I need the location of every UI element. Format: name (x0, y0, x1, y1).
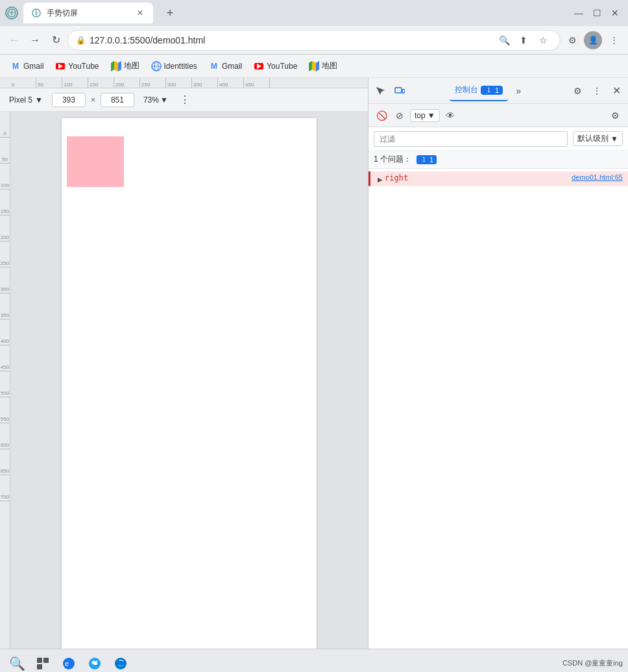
bookmark-youtube-1[interactable]: YouTube (50, 58, 104, 74)
bookmark-gmail-2[interactable]: M Gmail (204, 58, 247, 74)
zoom-value: 73% (143, 95, 159, 105)
extensions-button[interactable]: ⚙ (563, 31, 581, 49)
ruler-left-tick: 600 (0, 423, 10, 449)
taskbar-icon-2[interactable] (31, 652, 54, 673)
ruler-tick: 250 (140, 78, 166, 88)
ruler-left-tick: 300 (0, 268, 10, 293)
bookmark-identtities[interactable]: Identtities (146, 58, 202, 74)
ruler-left-tick: 50 (0, 138, 10, 164)
new-tab-button[interactable]: + (161, 4, 179, 22)
ruler-left-tick: 700 (0, 475, 10, 501)
ruler-top: 0 50 100 150 200 250 300 350 400 450 (0, 78, 368, 88)
tab-favicon (31, 8, 42, 18)
console-expand-icon[interactable]: ▶ (376, 175, 385, 184)
viewport-width-input[interactable]: 393 (52, 93, 86, 107)
svg-rect-19 (37, 658, 42, 663)
main-area: 0 50 100 150 200 250 300 350 400 450 Pix… (0, 78, 628, 649)
taskbar-search-icon[interactable]: 🔍 (5, 652, 29, 673)
level-dropdown-icon: ▼ (610, 134, 618, 143)
device-toggle-button[interactable] (391, 82, 409, 100)
identtities-icon (151, 61, 162, 71)
issue-badge-count: 1 (429, 156, 433, 164)
ruler-left: 0 50 100 150 200 250 300 350 400 450 500… (0, 112, 10, 649)
share-button[interactable]: ⬆ (514, 31, 533, 49)
close-button[interactable]: ✕ (607, 5, 623, 21)
address-input-wrap[interactable]: 🔒 127.0.0.1:5500/demo01.html 🔍 ⬆ ☆ (67, 30, 561, 51)
window-controls: — ☐ ✕ (571, 5, 623, 21)
bookmark-star-button[interactable]: ☆ (534, 31, 552, 49)
bookmark-label-gmail-1: Gmail (23, 62, 43, 71)
svg-point-25 (115, 658, 127, 669)
ruler-left-tick: 450 (0, 345, 10, 371)
ruler-left-tick: 0 (0, 112, 10, 138)
forward-button[interactable]: → (26, 31, 44, 49)
devtools-close-button[interactable]: ✕ (607, 82, 625, 100)
browser-icon (5, 6, 18, 19)
context-selector[interactable]: top ▼ (410, 109, 440, 122)
bookmark-maps-1[interactable]: 地图 (106, 58, 145, 74)
devtools-more-button[interactable]: ⋮ (588, 82, 606, 100)
viewport-content-wrap: 0 50 100 150 200 250 300 350 400 450 500… (0, 112, 368, 649)
clear-console-button[interactable]: 🚫 (374, 108, 389, 123)
taskbar-icon-3[interactable]: e (57, 652, 80, 673)
zoom-selector[interactable]: 73% ▼ (139, 94, 172, 106)
console-issue-badge: 1 1 (481, 86, 503, 95)
ruler-left-tick: 550 (0, 397, 10, 423)
maximize-button[interactable]: ☐ (589, 5, 605, 21)
bookmark-maps-2[interactable]: 地图 (304, 58, 343, 74)
console-row[interactable]: ▶ right demo01.html:65 (368, 171, 628, 186)
svg-text:1: 1 (487, 88, 490, 93)
device-selector[interactable]: Pixel 5 ▼ (5, 94, 47, 106)
reload-button[interactable]: ↻ (47, 31, 65, 49)
ruler-tick: 50 (36, 78, 62, 88)
profile-button[interactable]: 👤 (584, 31, 602, 49)
bookmark-label-identtities: Identtities (164, 62, 197, 71)
bookmark-label-maps-1: 地图 (124, 60, 139, 71)
taskbar-edge-icon[interactable] (109, 652, 132, 673)
statusbar-text: CSDN @童童童ing (562, 658, 623, 668)
viewport-height-input[interactable]: 851 (101, 93, 134, 107)
filter-input[interactable] (374, 131, 568, 147)
svg-rect-20 (43, 658, 49, 663)
devtools-tab-console[interactable]: 控制台 1 1 (450, 81, 508, 101)
devtools-more-tabs-button[interactable]: » (509, 82, 527, 100)
viewport-more-button[interactable]: ⋮ (177, 92, 193, 108)
inspect-element-button[interactable] (371, 82, 389, 100)
svg-text:e: e (65, 660, 69, 667)
browser-menu-button[interactable]: ⋮ (605, 31, 623, 49)
bookmark-gmail-1[interactable]: M Gmail (5, 58, 49, 74)
bookmark-label-youtube-2: YouTube (267, 62, 297, 71)
console-settings-button[interactable]: ⚙ (607, 108, 623, 123)
console-source[interactable]: demo01.html:65 (572, 173, 623, 181)
level-selector[interactable]: 默认级别 ▼ (573, 131, 623, 146)
bookmark-youtube-2[interactable]: YouTube (248, 58, 302, 74)
svg-rect-13 (395, 88, 402, 93)
bookmark-label-maps-2: 地图 (322, 60, 337, 71)
svg-rect-14 (402, 90, 405, 93)
stop-button[interactable]: ⊘ (392, 108, 407, 123)
ruler-tick: 350 (192, 78, 218, 88)
ruler-left-tick: 200 (0, 216, 10, 242)
context-name: top (415, 111, 426, 120)
viewport-panel: 0 50 100 150 200 250 300 350 400 450 Pix… (0, 78, 368, 649)
tab-close-button[interactable]: ✕ (135, 8, 145, 18)
taskbar-twitter-icon[interactable] (83, 652, 106, 673)
svg-marker-12 (316, 61, 319, 71)
bookmark-label-gmail-2: Gmail (222, 62, 242, 71)
devtools-topbar: 控制台 1 1 » ⚙ ⋮ ✕ (368, 78, 628, 104)
ruler-left-tick: 150 (0, 190, 10, 216)
ruler-left-tick: 650 (0, 449, 10, 475)
eye-button[interactable]: 👁 (442, 108, 458, 123)
zoom-dropdown-icon: ▼ (160, 95, 168, 105)
back-button[interactable]: ← (5, 31, 23, 49)
issue-count-badge[interactable]: 1 1 (417, 155, 437, 164)
browser-tab[interactable]: 手势切屏 ✕ (23, 3, 153, 23)
devtools-settings-button[interactable]: ⚙ (568, 82, 586, 100)
bookmark-label-youtube-1: YouTube (68, 62, 99, 71)
svg-marker-10 (309, 61, 312, 71)
ruler-left-tick: 500 (0, 371, 10, 397)
device-dropdown-icon: ▼ (35, 95, 43, 105)
zoom-button[interactable]: 🔍 (495, 31, 513, 49)
simulated-page (62, 118, 317, 649)
minimize-button[interactable]: — (571, 5, 586, 21)
